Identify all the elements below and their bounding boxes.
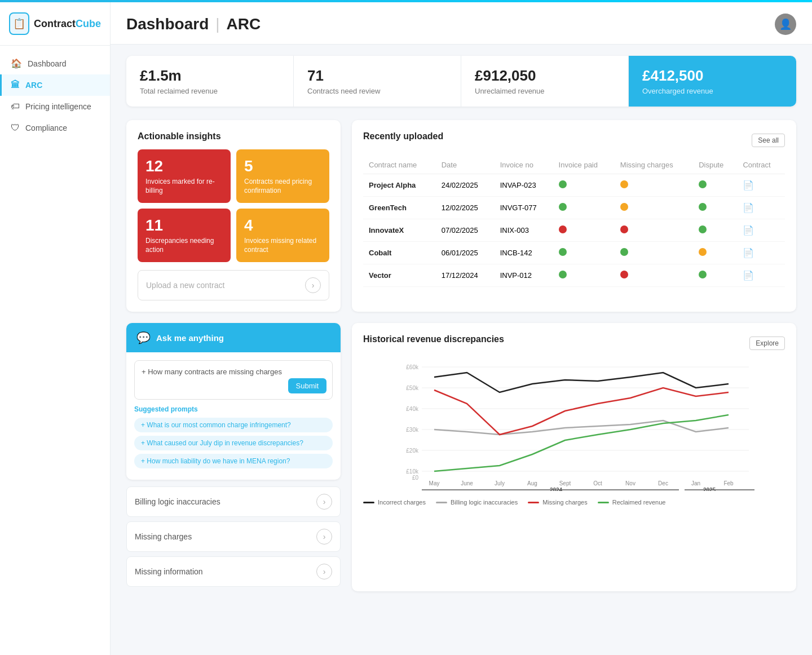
legend-billing-label: Billing logic inaccuracies [451, 499, 518, 506]
chart-title: Historical revenue discrepancies [363, 334, 504, 344]
prompt-chip-2[interactable]: + How much liability do we have in MENA … [134, 454, 333, 468]
sidebar-item-pricing[interactable]: 🏷 Pricing intelligence [0, 96, 110, 117]
table-row[interactable]: Cobalt 06/01/2025 INCB-142 📄 [363, 242, 785, 264]
insights-grid: 12 Invoices marked for re-billing 5 Cont… [138, 149, 329, 262]
contract-missing [615, 174, 693, 197]
legend-incorrect-line [363, 502, 374, 503]
suggested-prompts-label: Suggested prompts [134, 405, 333, 413]
legend-incorrect: Incorrect charges [363, 499, 426, 506]
insight-pricing-num: 5 [244, 157, 321, 175]
contract-date: 06/01/2025 [436, 242, 495, 264]
sidebar-item-dashboard[interactable]: 🏠 Dashboard [0, 52, 110, 74]
doc-icon: 📄 [743, 271, 754, 280]
insight-missing-contract[interactable]: 4 Invoices missing related contract [236, 209, 329, 262]
stat-contracts: 71 Contracts need review [294, 56, 461, 107]
contract-doc[interactable]: 📄 [737, 242, 785, 264]
insight-missing-contract-label: Invoices missing related contract [244, 237, 321, 254]
section-row-0[interactable]: Billing logic inaccuracies› [126, 486, 341, 517]
svg-text:2025: 2025 [703, 487, 716, 491]
stat-unreclaimed-value: £912,050 [475, 67, 615, 85]
left-bottom: 💬 Ask me anything + How many contracts a… [126, 323, 341, 591]
table-row[interactable]: InnovateX 07/02/2025 INIX-003 📄 [363, 219, 785, 242]
chart-header: Historical revenue discrepancies Explore [363, 334, 785, 352]
insights-panel: Actionable insights 12 Invoices marked f… [126, 120, 341, 312]
col-contract-name: Contract name [363, 156, 436, 174]
dispute-dot [699, 203, 707, 211]
contract-paid [553, 242, 615, 264]
doc-icon: 📄 [743, 248, 754, 258]
missing-dot [620, 225, 628, 233]
insight-pricing-label: Contracts need pricing confirmation [244, 178, 321, 195]
logo-area: 📋 ContractCube [0, 2, 110, 46]
table-row[interactable]: Vector 17/12/2024 INVP-012 📄 [363, 264, 785, 287]
upload-contract-row[interactable]: Upload a new contract › [138, 270, 329, 300]
section-row-2[interactable]: Missing information› [126, 556, 341, 587]
prompt-chip-1[interactable]: + What caused our July dip in revenue di… [134, 436, 333, 450]
explore-button[interactable]: Explore [749, 337, 785, 350]
dispute-dot [699, 180, 707, 188]
page-title: Dashboard | ARC [126, 15, 261, 33]
contract-missing [615, 242, 693, 264]
col-date: Date [436, 156, 495, 174]
title-arc: ARC [227, 15, 261, 33]
svg-text:£60k: £60k [406, 364, 419, 370]
sidebar-item-compliance[interactable]: 🛡 Compliance [0, 117, 110, 139]
contract-doc[interactable]: 📄 [737, 264, 785, 287]
prompt-chip-0[interactable]: + What is our most common charge infring… [134, 418, 333, 432]
doc-icon: 📄 [743, 203, 754, 213]
sidebar-item-arc[interactable]: 🏛 ARC [0, 74, 110, 96]
table-row[interactable]: Project Alpha 24/02/2025 INVAP-023 📄 [363, 174, 785, 197]
section-row-1[interactable]: Missing charges› [126, 521, 341, 552]
contract-name: InnovateX [363, 219, 436, 242]
contract-doc[interactable]: 📄 [737, 219, 785, 242]
section-label: Missing charges [135, 532, 192, 541]
submit-button[interactable]: Submit [288, 378, 326, 393]
doc-icon: 📄 [743, 225, 754, 235]
contracts-table: Contract name Date Invoice no Invoice pa… [363, 156, 785, 287]
contract-date: 07/02/2025 [436, 219, 495, 242]
contract-paid [553, 174, 615, 197]
insight-rebilling-num: 12 [145, 157, 223, 175]
svg-text:Dec: Dec [658, 480, 668, 486]
page-header: Dashboard | ARC 👤 [111, 2, 812, 45]
contract-date: 24/02/2025 [436, 174, 495, 197]
pricing-icon: 🏷 [11, 101, 20, 112]
see-all-button[interactable]: See all [752, 134, 785, 147]
contract-name: Vector [363, 264, 436, 287]
user-avatar[interactable]: 👤 [775, 14, 796, 35]
chart-legend: Incorrect charges Billing logic inaccura… [363, 499, 785, 506]
section-arrow-icon: › [316, 564, 332, 579]
svg-text:£10k: £10k [406, 468, 419, 475]
stat-contracts-label: Contracts need review [307, 87, 447, 95]
contract-doc[interactable]: 📄 [737, 197, 785, 219]
svg-text:Oct: Oct [593, 480, 602, 486]
contract-dispute [693, 242, 737, 264]
contract-missing [615, 219, 693, 242]
chart-panel: Historical revenue discrepancies Explore… [352, 323, 796, 591]
svg-text:July: July [495, 480, 505, 486]
ask-input-text[interactable]: + How many contracts are missing charges [142, 366, 325, 378]
contract-invoice: INCB-142 [495, 242, 553, 264]
sections-container: Billing logic inaccuracies›Missing charg… [126, 486, 341, 587]
contract-doc[interactable]: 📄 [737, 174, 785, 197]
table-row[interactable]: GreenTech 12/02/2025 INVGT-077 📄 [363, 197, 785, 219]
compliance-icon: 🛡 [11, 123, 20, 133]
section-arrow-icon: › [316, 529, 332, 545]
stat-reclaimed: £1.5m Total reclaimed revenue [126, 56, 294, 107]
home-icon: 🏠 [11, 58, 22, 69]
contract-invoice: INVGT-077 [495, 197, 553, 219]
insight-pricing[interactable]: 5 Contracts need pricing confirmation [236, 149, 329, 203]
missing-dot [620, 271, 628, 278]
contract-paid [553, 197, 615, 219]
legend-billing: Billing logic inaccuracies [436, 499, 518, 506]
svg-text:£0: £0 [412, 475, 419, 481]
ask-body: + How many contracts are missing charges… [126, 352, 341, 480]
paid-dot [559, 271, 567, 278]
insight-discrepancies-num: 11 [145, 216, 223, 234]
legend-reclaimed: Reclaimed revenue [598, 499, 666, 506]
svg-text:June: June [461, 480, 473, 486]
insight-rebilling[interactable]: 12 Invoices marked for re-billing [138, 149, 231, 203]
stat-overcharged-label: Overcharged revenue [642, 87, 783, 95]
col-dispute: Dispute [693, 156, 737, 174]
insight-discrepancies[interactable]: 11 Discrepancies needing action [138, 209, 231, 262]
